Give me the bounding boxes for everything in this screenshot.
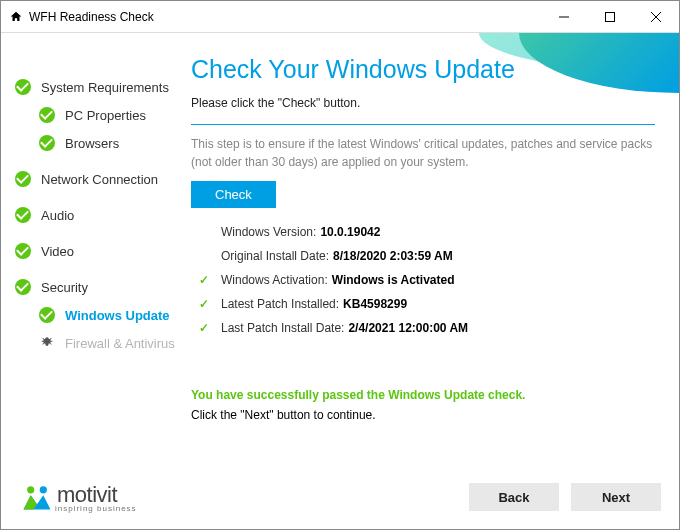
minimize-button[interactable] [541, 1, 587, 32]
result-row-last-patch-date: ✓ Last Patch Install Date: 2/4/2021 12:0… [199, 316, 655, 340]
results-list: ✓ Windows Version: 10.0.19042 ✓ Original… [191, 220, 655, 340]
sidebar-item-browsers[interactable]: Browsers [1, 129, 179, 157]
svg-point-5 [40, 486, 47, 493]
description-text: This step is to ensure if the latest Win… [191, 135, 655, 171]
check-icon [15, 207, 31, 223]
svg-rect-1 [606, 12, 615, 21]
sidebar-item-label: PC Properties [65, 108, 146, 123]
result-label: Windows Version: [221, 225, 316, 239]
result-row-latest-patch: ✓ Latest Patch Installed: KB4598299 [199, 292, 655, 316]
titlebar: WFH Readiness Check [1, 1, 679, 33]
instruction-text: Please click the "Check" button. [191, 96, 655, 110]
sidebar-item-label: Windows Update [65, 308, 170, 323]
close-button[interactable] [633, 1, 679, 32]
sidebar-item-network-connection[interactable]: Network Connection [1, 165, 179, 193]
sidebar-item-label: Security [41, 280, 88, 295]
result-value: 2/4/2021 12:00:00 AM [348, 321, 468, 335]
footer: motivit inspiring business Back Next [1, 465, 679, 529]
check-icon [39, 307, 55, 323]
check-icon [39, 107, 55, 123]
result-row-windows-version: ✓ Windows Version: 10.0.19042 [199, 220, 655, 244]
brand-tagline: inspiring business [55, 504, 137, 513]
check-icon [15, 79, 31, 95]
sidebar-item-video[interactable]: Video [1, 237, 179, 265]
result-row-install-date: ✓ Original Install Date: 8/18/2020 2:03:… [199, 244, 655, 268]
result-label: Windows Activation: [221, 273, 328, 287]
divider [191, 124, 655, 125]
maximize-button[interactable] [587, 1, 633, 32]
check-icon [15, 279, 31, 295]
bug-icon [39, 335, 55, 351]
body: System Requirements PC Properties Browse… [1, 33, 679, 465]
main-panel: Check Your Windows Update Please click t… [179, 33, 679, 465]
sidebar-item-security[interactable]: Security [1, 273, 179, 301]
brand-logo: motivit inspiring business [19, 479, 137, 515]
result-row-activation: ✓ Windows Activation: Windows is Activat… [199, 268, 655, 292]
back-button[interactable]: Back [469, 483, 559, 511]
svg-point-4 [27, 486, 34, 493]
sidebar-item-label: Video [41, 244, 74, 259]
next-instruction: Click the "Next" button to continue. [191, 408, 655, 422]
success-message: You have successfully passed the Windows… [191, 388, 655, 402]
sidebar-item-firewall-antivirus[interactable]: Firewall & Antivirus [1, 329, 179, 357]
checkmark-icon: ✓ [199, 273, 213, 287]
sidebar: System Requirements PC Properties Browse… [1, 33, 179, 465]
checkmark-icon: ✓ [199, 297, 213, 311]
sidebar-item-label: Browsers [65, 136, 119, 151]
brand-name: motivit [57, 482, 117, 507]
check-button[interactable]: Check [191, 181, 276, 208]
result-label: Last Patch Install Date: [221, 321, 344, 335]
sidebar-item-system-requirements[interactable]: System Requirements [1, 73, 179, 101]
result-value: KB4598299 [343, 297, 407, 311]
checkmark-icon: ✓ [199, 321, 213, 335]
window-controls [541, 1, 679, 32]
app-window: WFH Readiness Check System Requirements … [0, 0, 680, 530]
footer-buttons: Back Next [469, 483, 661, 511]
sidebar-item-label: Network Connection [41, 172, 158, 187]
result-label: Original Install Date: [221, 249, 329, 263]
check-icon [15, 171, 31, 187]
sidebar-item-label: System Requirements [41, 80, 169, 95]
window-title: WFH Readiness Check [29, 10, 154, 24]
sidebar-item-pc-properties[interactable]: PC Properties [1, 101, 179, 129]
check-icon [39, 135, 55, 151]
check-icon [15, 243, 31, 259]
sidebar-item-windows-update[interactable]: Windows Update [1, 301, 179, 329]
result-value: 8/18/2020 2:03:59 AM [333, 249, 453, 263]
result-label: Latest Patch Installed: [221, 297, 339, 311]
sidebar-item-audio[interactable]: Audio [1, 201, 179, 229]
next-button[interactable]: Next [571, 483, 661, 511]
page-heading: Check Your Windows Update [191, 55, 655, 84]
app-icon [9, 10, 23, 24]
logo-icon [19, 479, 55, 515]
result-value: 10.0.19042 [320, 225, 380, 239]
result-value: Windows is Activated [332, 273, 455, 287]
sidebar-item-label: Firewall & Antivirus [65, 336, 175, 351]
sidebar-item-label: Audio [41, 208, 74, 223]
